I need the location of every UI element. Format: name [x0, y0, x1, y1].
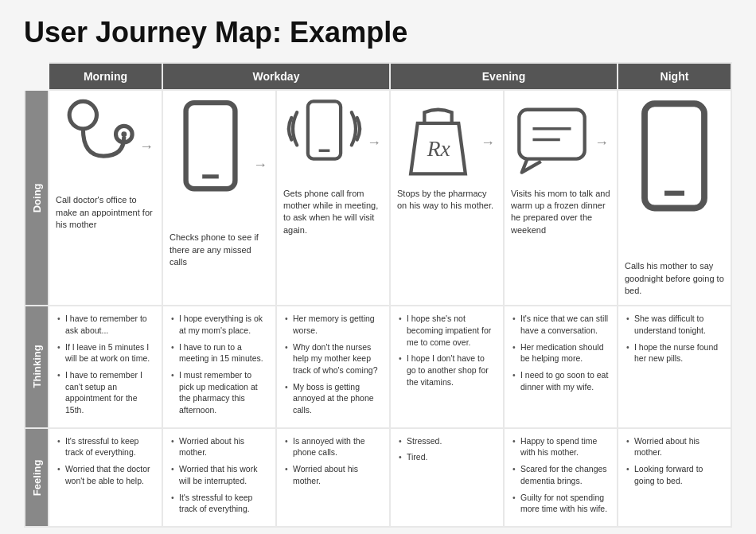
list-item: I hope she's not becoming impatient for …	[399, 313, 495, 348]
list-item: Worried that the doctor won't be able to…	[57, 463, 154, 486]
doing-workday2-text: Gets phone call from mother while in mee…	[283, 188, 383, 237]
list-item: She was difficult to understand tonight.	[626, 313, 723, 336]
doing-evening1-text: Stops by the pharmacy on his way to his …	[397, 188, 497, 212]
feeling-evening1: Stressed. Tired.	[390, 428, 504, 527]
list-item: I hope the nurse found her new pills.	[626, 341, 723, 364]
list-item: Worried about his mother.	[171, 435, 267, 458]
doing-evening1: Rx → Stops by the pharmacy on his way to…	[390, 90, 504, 306]
list-item: Is annoyed with the phone calls.	[285, 435, 381, 458]
list-item: I hope everything is ok at my mom's plac…	[171, 313, 267, 336]
list-item: I hope I don't have to go to another sho…	[399, 353, 495, 388]
svg-rect-8	[519, 110, 584, 159]
list-item: I need to go soon to eat dinner with my …	[512, 369, 609, 392]
phase-header-row: Morning Workday Evening Night	[25, 63, 731, 90]
thinking-night: She was difficult to understand tonight.…	[618, 306, 731, 428]
stethoscope-icon	[56, 99, 138, 194]
arrow-icon: →	[594, 134, 609, 151]
thinking-evening1: I hope she's not becoming impatient for …	[390, 306, 504, 428]
doing-evening2-text: Visits his mom to talk and warm up a fro…	[511, 188, 610, 237]
thinking-evening2: It's nice that we can still have a conve…	[504, 306, 618, 428]
page-title: User Journey Map: Example	[24, 16, 732, 49]
doing-evening2: → Visits his mom to talk and warm up a f…	[504, 90, 618, 306]
feeling-evening1-list: Stressed. Tired.	[399, 435, 495, 463]
thinking-evening1-list: I hope she's not becoming impatient for …	[399, 313, 495, 388]
feeling-label: Feeling	[25, 428, 49, 527]
feeling-workday2: Is annoyed with the phone calls. Worried…	[276, 428, 390, 527]
thinking-label: Thinking	[25, 306, 49, 428]
chat-icon	[511, 99, 593, 188]
doing-workday2-icon-area: →	[283, 99, 383, 188]
list-item: I have to remember I can't setup an appo…	[57, 369, 154, 416]
list-item: I must remember to pick up medication at…	[171, 369, 267, 416]
doing-morning: → Call doctor's office to make an appoin…	[49, 90, 162, 306]
thinking-workday2-list: Her memory is getting worse. Why don't t…	[285, 313, 381, 416]
feeling-workday1-list: Worried about his mother. Worried that h…	[171, 435, 267, 515]
list-item: If I leave in 5 minutes I will be at wor…	[57, 341, 154, 364]
list-item: Worried about his mother.	[285, 463, 381, 486]
doing-night-text: Calls his mother to say goodnight before…	[625, 260, 724, 297]
doing-workday1-text: Checks phone to see if there are any mis…	[170, 232, 269, 268]
thinking-evening2-list: It's nice that we can still have a conve…	[512, 313, 609, 392]
page: User Journey Map: Example Morning Workda…	[0, 0, 756, 534]
feeling-row: Feeling It's stressful to keep track of …	[25, 428, 731, 527]
doing-evening1-icon-area: Rx →	[397, 99, 497, 188]
doing-evening2-icon-area: →	[511, 99, 610, 188]
thinking-workday1: I hope everything is ok at my mom's plac…	[162, 306, 276, 428]
doing-workday2: → Gets phone call from mother while in m…	[276, 90, 390, 306]
thinking-morning-list: I have to remember to ask about... If I …	[57, 313, 154, 416]
doing-morning-text: Call doctor's office to make an appointm…	[56, 194, 155, 231]
arrow-icon: →	[481, 134, 495, 151]
feeling-morning-list: It's stressful to keep track of everythi…	[57, 435, 154, 487]
feeling-night-list: Worried about his mother. Looking forwar…	[626, 435, 723, 487]
doing-morning-icon-area: →	[56, 99, 155, 194]
feeling-evening2-list: Happy to spend time with his mother. Sca…	[512, 435, 609, 515]
list-item: Why don't the nurses help my mother keep…	[285, 341, 381, 376]
thinking-night-list: She was difficult to understand tonight.…	[626, 313, 723, 364]
feeling-workday2-list: Is annoyed with the phone calls. Worried…	[285, 435, 381, 487]
phase-night: Night	[618, 63, 731, 90]
thinking-row: Thinking I have to remember to ask about…	[25, 306, 731, 428]
thinking-morning: I have to remember to ask about... If I …	[49, 306, 162, 428]
rx-bag-icon: Rx	[397, 99, 479, 188]
thinking-workday1-list: I hope everything is ok at my mom's plac…	[171, 313, 267, 416]
svg-point-0	[69, 101, 96, 128]
arrow-icon: →	[367, 134, 381, 151]
list-item: Happy to spend time with his mother.	[512, 435, 609, 458]
list-item: Tired.	[399, 451, 495, 463]
phone-call-icon	[283, 99, 365, 188]
feeling-morning: It's stressful to keep track of everythi…	[49, 428, 162, 527]
list-item: Worried about his mother.	[626, 435, 723, 458]
doing-workday1: → Checks phone to see if there are any m…	[162, 90, 276, 306]
phone-night-icon	[625, 99, 724, 260]
list-item: It's nice that we can still have a conve…	[512, 313, 609, 336]
feeling-night: Worried about his mother. Looking forwar…	[618, 428, 731, 527]
list-item: Her memory is getting worse.	[285, 313, 381, 336]
doing-night-icon-area	[625, 99, 724, 260]
phase-evening: Evening	[390, 63, 618, 90]
doing-row: Doing → Call doctor's office to make	[25, 90, 731, 306]
doing-label: Doing	[25, 90, 49, 306]
arrow-icon: →	[139, 138, 154, 155]
feeling-workday1: Worried about his mother. Worried that h…	[162, 428, 276, 527]
list-item: It's stressful to keep track of everythi…	[171, 492, 267, 515]
list-item: I have to run to a meeting in 15 minutes…	[171, 341, 267, 364]
list-item: Her medication should be helping more.	[512, 341, 609, 364]
journey-map-table: Morning Workday Evening Night Doing	[24, 62, 732, 528]
list-item: Stressed.	[399, 435, 495, 447]
phone-icon	[170, 99, 251, 232]
phase-workday: Workday	[162, 63, 390, 90]
list-item: Looking forward to going to bed.	[626, 463, 723, 486]
arrow-icon: →	[253, 157, 267, 173]
svg-point-2	[121, 131, 127, 137]
feeling-evening2: Happy to spend time with his mother. Sca…	[504, 428, 618, 527]
list-item: My boss is getting annoyed at the phone …	[285, 381, 381, 416]
list-item: Guilty for not spending more time with h…	[512, 492, 609, 515]
list-item: It's stressful to keep track of everythi…	[57, 435, 154, 458]
list-item: Scared for the changes dementia brings.	[512, 463, 609, 486]
svg-text:Rx: Rx	[427, 137, 450, 161]
list-item: Worried that his work will be interrupte…	[171, 463, 267, 486]
doing-workday1-icon-area: →	[170, 99, 269, 232]
doing-night: Calls his mother to say goodnight before…	[618, 90, 731, 306]
phase-morning: Morning	[49, 63, 162, 90]
list-item: I have to remember to ask about...	[57, 313, 154, 336]
